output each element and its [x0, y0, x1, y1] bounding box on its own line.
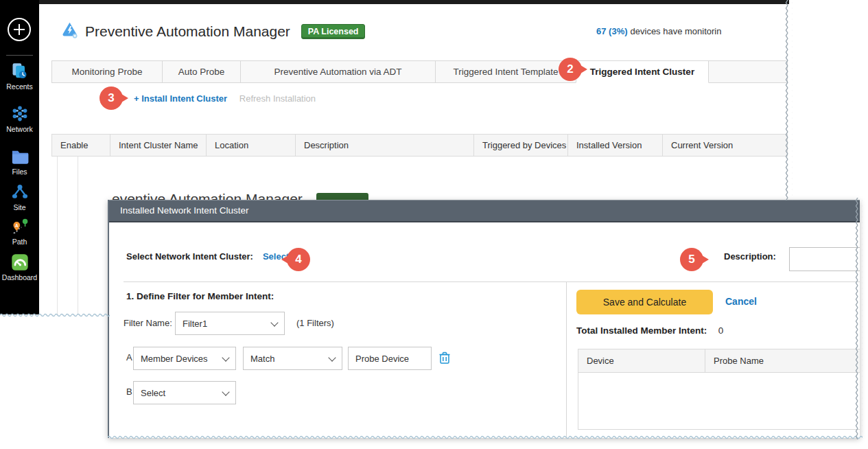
tab-strip-remainder [708, 60, 788, 83]
pa-licensed-badge: PA Licensed [301, 24, 366, 39]
sidebar-divider [6, 55, 33, 56]
callout-4: 4 [287, 248, 310, 271]
filter-value-input[interactable] [348, 347, 432, 370]
select-cluster-label: Select Network Intent Cluster: [126, 251, 253, 262]
sidebar-item-label: Files [0, 168, 39, 176]
intent-cluster-table-header: Enable Intent Cluster Name Location Desc… [51, 134, 788, 157]
tab-bar: Monitoring Probe Auto Probe Preventive A… [51, 60, 788, 83]
column-header: Probe Name [705, 349, 860, 372]
column-header: Installed Version [568, 135, 663, 156]
status-count[interactable]: 67 (3%) [596, 26, 628, 36]
dialog-titlebar[interactable]: Installed Network Intent Cluster [109, 200, 860, 222]
install-intent-cluster-link[interactable]: + Install Intent Cluster [134, 93, 227, 104]
network-icon [0, 104, 39, 124]
recents-icon [0, 62, 39, 81]
delete-filter-row-button[interactable] [438, 351, 451, 367]
sidebar-item-dashboard[interactable]: Dashboard [0, 253, 39, 281]
filter-row-key: A [126, 352, 132, 362]
files-icon [0, 147, 39, 166]
screenshot-canvas: Recents Network Files Site A Path [0, 0, 868, 449]
tab-monitoring-probe[interactable]: Monitoring Probe [51, 60, 163, 83]
filter-operator-select[interactable]: Match [243, 347, 342, 370]
sidebar-item-recents[interactable]: Recents [0, 62, 39, 91]
app-header: Preventive Automation Manager PA License… [60, 21, 365, 42]
filter-name-label: Filter Name: [124, 318, 172, 328]
total-installed-value: 0 [718, 325, 724, 336]
tab-triggered-intent-template[interactable]: Triggered Intent Template [435, 60, 576, 83]
tab-preventive-automation-via-adt[interactable]: Preventive Automation via ADT [240, 60, 436, 83]
callout-2: 2 [559, 58, 582, 81]
filter-field-select[interactable]: Member Devices [133, 347, 236, 370]
sidebar-item-path[interactable]: A Path [0, 217, 39, 246]
column-header: Intent Cluster Name [110, 135, 207, 156]
column-header: Description [296, 135, 474, 156]
cancel-link[interactable]: Cancel [725, 296, 757, 307]
chevron-down-icon [328, 354, 336, 361]
filter-row-key: B [126, 387, 132, 397]
table-border-artifact [57, 157, 58, 314]
sidebar-item-network[interactable]: Network [0, 104, 39, 133]
tab-auto-probe[interactable]: Auto Probe [162, 60, 241, 83]
dialog-divider-horizontal [124, 281, 860, 282]
dashboard-icon [0, 253, 39, 272]
cluster-toolbar: + Install Intent Cluster Refresh Install… [134, 93, 316, 104]
status-text: devices have monitorin [631, 26, 722, 36]
preventive-automation-icon [60, 21, 79, 42]
path-icon: A [0, 217, 39, 236]
site-icon [0, 183, 39, 202]
column-header: Device [578, 349, 705, 372]
sidebar-item-label: Path [0, 238, 39, 246]
member-intent-table: Device Probe Name [578, 349, 860, 430]
sidebar-item-site[interactable]: Site [0, 183, 39, 211]
dialog-title: Installed Network Intent Cluster [120, 205, 249, 216]
sidebar-item-label: Dashboard [0, 273, 39, 281]
torn-edge-bottom-left [0, 312, 110, 320]
callout-3: 3 [99, 87, 123, 110]
filter-operator-value: Match [250, 354, 274, 364]
page-title: Preventive Automation Manager [85, 23, 290, 40]
description-input[interactable] [789, 247, 860, 271]
sidebar-item-label: Network [0, 125, 39, 133]
tab-triggered-intent-cluster[interactable]: Triggered Intent Cluster [576, 60, 709, 83]
filter-count: (1 Filters) [296, 318, 334, 328]
filter-field-value: Member Devices [141, 354, 208, 364]
torn-edge-right-dialog [854, 198, 863, 439]
save-and-calculate-button[interactable]: Save and Calculate [576, 290, 713, 314]
add-button[interactable] [8, 18, 31, 41]
description-label: Description: [724, 251, 776, 262]
sidebar-item-label: Recents [0, 82, 39, 91]
torn-edge-right-main [784, 0, 793, 200]
column-header: Enable [52, 135, 110, 156]
refresh-installation-link[interactable]: Refresh Installation [239, 93, 316, 104]
column-header: Current Version [663, 135, 787, 156]
filter-field-select-b[interactable]: Select [133, 381, 236, 404]
dialog-divider-vertical [566, 281, 567, 438]
column-header: Triggered by Devices [474, 135, 568, 156]
installed-network-intent-cluster-dialog: Installed Network Intent Cluster Select … [108, 200, 860, 438]
table-border-artifact [78, 157, 78, 314]
svg-text:A: A [15, 223, 19, 228]
sidebar-item-label: Site [0, 203, 39, 211]
filter-field-value: Select [141, 388, 165, 398]
filter-name-value: Filter1 [183, 319, 207, 329]
member-intent-table-header: Device Probe Name [578, 349, 860, 373]
app-sidebar: Recents Network Files Site A Path [0, 0, 39, 314]
total-installed-label: Total Installed Member Intent: [576, 325, 707, 336]
filter-name-select[interactable]: Filter1 [175, 312, 285, 335]
chevron-down-icon [222, 354, 229, 361]
column-header: Location [207, 135, 296, 156]
torn-edge-bottom-dialog [108, 434, 863, 442]
chevron-down-icon [270, 319, 278, 326]
chevron-down-icon [222, 388, 229, 395]
monitoring-status: 67 (3%)devices have monitorin [596, 26, 788, 36]
callout-5: 5 [680, 248, 703, 271]
sidebar-item-files[interactable]: Files [0, 147, 39, 176]
define-filter-section-title: 1. Define Filter for Member Intent: [126, 291, 274, 301]
